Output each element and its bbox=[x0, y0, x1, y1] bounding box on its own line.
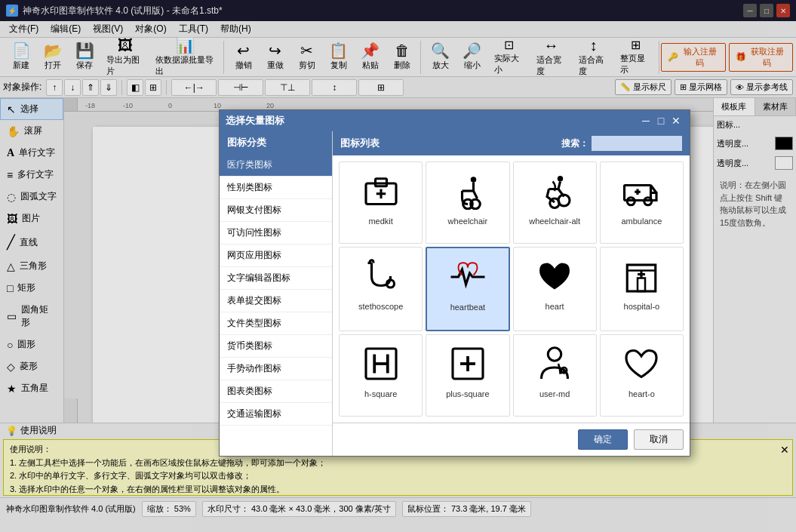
dialog-title: 选择矢量图标 bbox=[226, 114, 638, 128]
hospital-o-label: hospital-o bbox=[624, 302, 660, 311]
category-accessibility[interactable]: 可访问性图标 bbox=[220, 222, 332, 244]
category-chart[interactable]: 图表类图标 bbox=[220, 380, 332, 403]
svg-point-18 bbox=[558, 176, 564, 182]
user-md-label: user-md bbox=[539, 389, 570, 398]
icon-list-label: 图标列表 bbox=[340, 137, 380, 150]
cancel-button[interactable]: 取消 bbox=[634, 429, 684, 450]
icon-ambulance[interactable]: ambulance bbox=[600, 161, 684, 244]
stethoscope-label: stethoscope bbox=[358, 302, 403, 311]
category-text-editor[interactable]: 文字编辑器图标 bbox=[220, 267, 332, 290]
category-header: 图标分类 bbox=[220, 131, 332, 154]
dialog-titlebar: 选择矢量图标 ─ □ ✕ bbox=[220, 110, 690, 131]
ambulance-label: ambulance bbox=[621, 217, 662, 226]
svg-point-43 bbox=[548, 347, 561, 361]
search-box: 搜索： bbox=[561, 136, 682, 151]
plus-square-label: plus-square bbox=[446, 389, 489, 398]
search-label: 搜索： bbox=[561, 137, 589, 150]
icon-medkit[interactable]: medkit bbox=[339, 161, 423, 244]
category-currency[interactable]: 货币类图标 bbox=[220, 335, 332, 358]
dialog-maximize-button[interactable]: □ bbox=[653, 113, 668, 128]
heart-label: heart bbox=[546, 302, 564, 311]
medkit-label: medkit bbox=[368, 217, 392, 226]
dialog-close-button[interactable]: ✕ bbox=[668, 113, 684, 128]
dialog-overlay: 选择矢量图标 ─ □ ✕ 图标分类 医疗类图标 性别类图标 网银支付图标 可访问… bbox=[0, 0, 796, 532]
icon-heartbeat[interactable]: heartbeat bbox=[426, 247, 509, 331]
wheelchair-label: wheelchair bbox=[448, 217, 488, 226]
icon-grid: medkit bbox=[333, 155, 690, 423]
icon-hospital-o[interactable]: hospital-o bbox=[600, 247, 684, 331]
category-gesture[interactable]: 手势动作图标 bbox=[220, 358, 332, 380]
icon-wheelchair[interactable]: wheelchair bbox=[426, 161, 509, 244]
icon-h-square[interactable]: h-square bbox=[339, 334, 423, 417]
category-webapp[interactable]: 网页应用图标 bbox=[220, 244, 332, 267]
svg-line-17 bbox=[473, 191, 477, 198]
dialog-body: 图标分类 医疗类图标 性别类图标 网银支付图标 可访问性图标 网页应用图标 文字… bbox=[220, 131, 690, 456]
heart-icon bbox=[532, 254, 577, 299]
icon-plus-square[interactable]: plus-square bbox=[426, 334, 509, 417]
svg-point-28 bbox=[386, 280, 394, 288]
vector-icon-dialog: 选择矢量图标 ─ □ ✕ 图标分类 医疗类图标 性别类图标 网银支付图标 可访问… bbox=[219, 109, 690, 457]
heartbeat-label: heartbeat bbox=[450, 303, 485, 312]
wheelchair-alt-label: wheelchair-alt bbox=[529, 217, 580, 226]
h-square-label: h-square bbox=[364, 389, 397, 398]
heartbeat-icon bbox=[445, 254, 490, 300]
icon-heart-o[interactable]: heart-o bbox=[600, 334, 684, 417]
icon-stethoscope[interactable]: stethoscope bbox=[339, 247, 423, 331]
plus-square-icon bbox=[445, 341, 490, 386]
category-panel: 图标分类 医疗类图标 性别类图标 网银支付图标 可访问性图标 网页应用图标 文字… bbox=[220, 131, 333, 456]
h-square-icon bbox=[358, 341, 404, 386]
svg-point-11 bbox=[471, 177, 477, 183]
icon-wheelchair-alt[interactable]: wheelchair-alt bbox=[513, 161, 597, 244]
hospital-o-icon bbox=[619, 254, 664, 299]
category-list: 医疗类图标 性别类图标 网银支付图标 可访问性图标 网页应用图标 文字编辑器图标… bbox=[220, 154, 332, 456]
medkit-icon bbox=[358, 168, 404, 214]
dialog-minimize-button[interactable]: ─ bbox=[638, 113, 653, 128]
icon-header: 图标列表 搜索： bbox=[333, 131, 690, 155]
heart-o-icon bbox=[619, 341, 664, 386]
icon-user-md[interactable]: user-md bbox=[513, 334, 597, 417]
dialog-footer: 确定 取消 bbox=[333, 423, 690, 456]
category-gender[interactable]: 性别类图标 bbox=[220, 177, 332, 199]
wheelchair-alt-icon bbox=[532, 168, 577, 214]
search-input[interactable] bbox=[592, 136, 682, 151]
icon-panel: 图标列表 搜索： bbox=[333, 131, 690, 456]
category-medical[interactable]: 医疗类图标 bbox=[220, 154, 332, 177]
category-transport[interactable]: 交通运输图标 bbox=[220, 403, 332, 426]
icon-heart[interactable]: heart bbox=[513, 247, 597, 331]
heart-o-label: heart-o bbox=[629, 389, 655, 398]
confirm-button[interactable]: 确定 bbox=[578, 429, 628, 450]
category-form[interactable]: 表单提交图标 bbox=[220, 290, 332, 312]
ambulance-icon bbox=[619, 168, 664, 214]
user-md-icon bbox=[532, 341, 577, 386]
stethoscope-icon bbox=[358, 254, 404, 299]
category-filetype[interactable]: 文件类型图标 bbox=[220, 312, 332, 335]
svg-rect-32 bbox=[638, 278, 645, 292]
wheelchair-icon bbox=[445, 168, 490, 214]
category-payment[interactable]: 网银支付图标 bbox=[220, 199, 332, 222]
